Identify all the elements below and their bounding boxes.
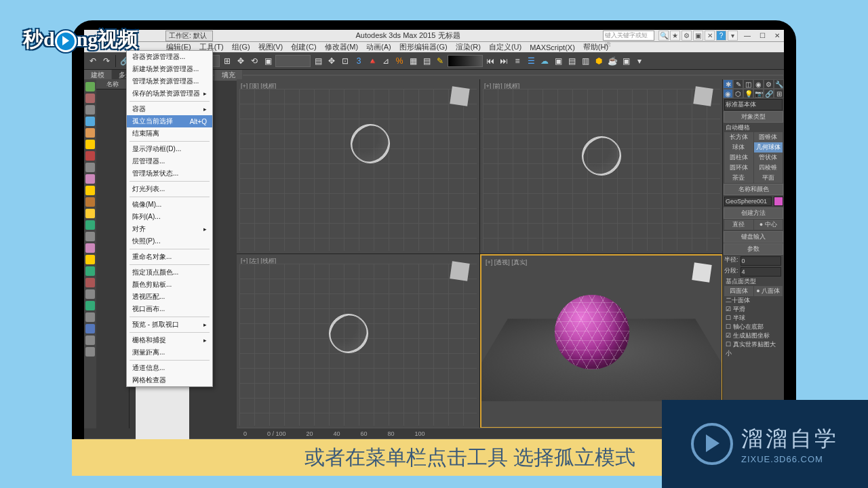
wireframe-sphere (351, 124, 390, 163)
viewports[interactable]: [+] [顶] [线框] [+] [前] [线框] [+] [左] [线框] [… (237, 79, 723, 428)
scene-explorer[interactable]: 名称 (96, 79, 130, 428)
material-slot (448, 55, 483, 67)
menu-item[interactable]: 新建场景资源管理器... (127, 63, 212, 75)
close-button[interactable]: ✕ (770, 31, 784, 41)
viewcube-icon (450, 86, 469, 106)
menu-item[interactable]: 透视匹配... (127, 291, 212, 303)
scale-icon: ▣ (262, 55, 274, 67)
menu-item[interactable]: 结束隔离 (127, 127, 212, 140)
tools-context-menu[interactable]: 容器资源管理器...新建场景资源管理器...管理场景资源管理器...保存的场景资… (126, 50, 213, 387)
menu-item[interactable]: 层管理器... (127, 155, 212, 167)
menu-item[interactable]: 管理场景资源管理器... (127, 75, 212, 87)
undo-icon: ↶ (87, 55, 99, 67)
menu-item[interactable]: 镜像(M)... (127, 199, 212, 211)
menu-item[interactable]: 管理场景状态... (127, 167, 212, 180)
menu-item[interactable]: 颜色剪贴板... (127, 279, 212, 291)
timeline[interactable]: 00 / 10020 406080100 (237, 428, 723, 439)
window-title: Autodesk 3ds Max 2015 无标题 (213, 30, 603, 41)
menu-item[interactable]: 快照(P)... (127, 235, 212, 247)
menu-item[interactable]: 指定顶点颜色... (127, 266, 212, 279)
play-icon (55, 30, 77, 52)
rotate-icon: ⟲ (248, 55, 260, 67)
watermark-logo-1: 秒dng视频 (23, 26, 138, 54)
menu-item[interactable]: 通道信息... (127, 362, 212, 374)
move-icon: ✥ (235, 55, 247, 67)
menu-item[interactable]: 对齐 (127, 223, 212, 235)
help-search[interactable]: 键入关键字或短语 (603, 30, 654, 41)
viewport-top: [+] [顶] [线框] (237, 79, 479, 253)
menu-item[interactable]: 孤立当前选择Alt+Q (127, 115, 212, 127)
menu-item[interactable]: 容器 (127, 103, 212, 115)
menu-item[interactable]: 视口画布... (127, 303, 212, 315)
menu-item[interactable]: 容器资源管理器... (127, 51, 212, 63)
redo-icon: ↷ (100, 55, 113, 67)
minimize-button[interactable]: — (741, 31, 754, 41)
menu-item[interactable]: 灯光列表... (127, 183, 212, 195)
maximize-button[interactable]: ☐ (755, 31, 769, 41)
brand-watermark: 溜溜自学ZIXUE.3D66.COM (662, 400, 868, 488)
menu-item[interactable]: 阵列(A)... (127, 211, 212, 223)
viewport-front: [+] [前] [线框] (480, 79, 723, 253)
play-icon (691, 423, 733, 465)
menu-item[interactable]: 重命名对象... (127, 251, 212, 263)
geosphere-object (555, 295, 629, 369)
app-window: 工作区: 默认 Autodesk 3ds Max 2015 无标题 键入关键字或… (84, 30, 784, 458)
title-icons: 🔍★⚙▣✕?▾ (658, 30, 738, 41)
menu-item[interactable]: 显示浮动框(D)... (127, 143, 212, 155)
workspace-combo[interactable]: 工作区: 默认 (165, 30, 213, 41)
menu-item[interactable]: 预览 - 抓取视口 (127, 319, 212, 331)
menu-item[interactable]: 栅格和捕捉 (127, 334, 212, 346)
command-panel[interactable]: ✱✎◫◉⚙🔧 ◉⬡💡📷🔗⊞ 标准基本体 对象类型 自动栅格 长方体圆锥体 球体几… (722, 79, 784, 428)
window-buttons: — ☐ ✕ (741, 31, 784, 41)
menu-item[interactable]: 测量距离... (127, 346, 212, 359)
titlebar: 工作区: 默认 Autodesk 3ds Max 2015 无标题 键入关键字或… (84, 30, 784, 42)
menu-item[interactable]: 网格检查器 (127, 374, 212, 386)
color-swatch (774, 197, 783, 206)
left-icon-bar[interactable] (84, 79, 97, 428)
viewport-left: [+] [左] [线框] (237, 254, 479, 428)
menu-item[interactable]: 保存的场景资源管理器 (127, 87, 212, 100)
